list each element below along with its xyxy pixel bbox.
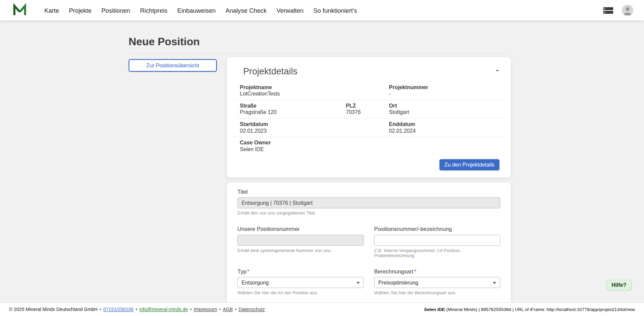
main-content: Neue Position Zur Positionsübersicht Pro…	[128, 20, 511, 316]
nav-item-richtpreis[interactable]: Richtpreis	[135, 4, 172, 16]
nav-item-analyse-check[interactable]: Analyse Check	[221, 4, 272, 16]
berechnungsart-select-value: Preisoptimierung	[378, 279, 418, 286]
nav-item-karte[interactable]: Karte	[40, 4, 64, 16]
bezeichnung-label: Positionsnummer/-bezeichnung	[374, 226, 500, 232]
required-asterisk: *	[247, 268, 249, 274]
ort-label: Ort	[389, 103, 409, 109]
typ-label: Typ*	[237, 268, 364, 274]
new-position-form-card: Titel Erhält den von uns vorgegebenen Ti…	[227, 183, 511, 316]
user-avatar[interactable]	[622, 4, 633, 16]
datenschutz-link[interactable]: Datenschutz	[238, 307, 265, 312]
nav-item-projekte[interactable]: Projekte	[64, 4, 97, 16]
project-details-table: Projektname LotCreationTests Projektnumm…	[233, 82, 504, 155]
left-column: Zur Positionsübersicht	[128, 57, 217, 72]
go-to-project-details-button[interactable]: Zu den Projektdetails	[439, 159, 499, 170]
typ-select-value: Entsorgung	[241, 279, 269, 286]
project-details-title: Projektdetails	[243, 66, 298, 77]
titel-label: Titel	[237, 189, 500, 195]
chevron-down-icon	[357, 282, 360, 284]
footer-left: © 2025 Mineral Minds Deutschland GmbH • …	[9, 307, 265, 312]
berechnungsart-help-text: Wählen Sie hier die Berechnungsart aus.	[374, 290, 500, 295]
nav-item-positionen[interactable]: Positionen	[97, 4, 135, 16]
berechnungsart-select[interactable]: Preisoptimierung	[374, 277, 500, 288]
projektname-value: LotCreationTests	[240, 91, 389, 98]
brand-logo-icon[interactable]	[12, 3, 27, 18]
plz-label: PLZ	[346, 103, 389, 109]
typ-help-text: Wählen Sie hier die Art der Position aus…	[237, 290, 364, 295]
session-user: Selen IDE	[424, 307, 445, 312]
table-row: Startdatum 02.01.2023 Enddatum 02.01.202…	[233, 118, 504, 137]
back-to-positions-button[interactable]: Zur Positionsübersicht	[128, 59, 217, 72]
titel-help-text: Erhält den von uns vorgegebenen Titel.	[237, 210, 500, 215]
app-viewport: Karte Projekte Positionen Richtpreis Ein…	[0, 0, 644, 316]
footer-session-info: Selen IDE (Mineral Minds) | 69576255536d…	[424, 307, 635, 312]
server-icon[interactable]	[603, 6, 614, 15]
speech-bubble-pointer	[622, 290, 627, 293]
enddatum-label: Enddatum	[389, 121, 416, 128]
bezeichnung-help-text: Z.B. Interne-Vorgangsnummer, LV-Position…	[374, 248, 500, 258]
positionsnummer-input	[237, 235, 364, 246]
collapse-minus-icon[interactable]: -	[493, 66, 502, 73]
plz-value: 70376	[346, 109, 389, 116]
email-link[interactable]: info@mineral-minds.de	[139, 307, 188, 312]
startdatum-label: Startdatum	[240, 121, 389, 128]
copyright-text: © 2025 Mineral Minds Deutschland GmbH	[9, 307, 98, 312]
table-row: Case Owner Selen IDE	[233, 137, 504, 155]
case-owner-label: Case Owner	[240, 139, 389, 146]
typ-select[interactable]: Entsorgung	[237, 277, 364, 288]
enddatum-value: 02.01.2024	[389, 128, 416, 134]
footer: © 2025 Mineral Minds Deutschland GmbH • …	[0, 302, 644, 316]
project-details-card: Projektdetails - Projektname LotCreation…	[227, 57, 511, 178]
nav-item-verwalten[interactable]: Verwalten	[272, 4, 309, 16]
nav-links: Karte Projekte Positionen Richtpreis Ein…	[40, 4, 362, 16]
strasse-value: Pragstraße 120	[240, 109, 346, 116]
top-navbar: Karte Projekte Positionen Richtpreis Ein…	[0, 0, 644, 20]
positionsnummer-label: Unsere Positionsnummer	[237, 226, 364, 232]
berechnungsart-label: Berechnungsart*	[374, 268, 500, 274]
required-asterisk: *	[414, 268, 416, 274]
help-button[interactable]: Hilfe?	[606, 280, 631, 290]
ort-value: Stuttgart	[389, 109, 409, 116]
positionsnummer-help-text: Erhält eine systemgenerierte Nummer von …	[237, 248, 364, 253]
projektname-label: Projektname	[240, 84, 389, 91]
table-row: Straße Pragstraße 120 PLZ 70376 Ort Stut…	[233, 100, 504, 118]
case-owner-value: Selen IDE	[240, 146, 389, 153]
projektnummer-value: -	[389, 91, 428, 98]
agb-link[interactable]: AGB	[223, 307, 233, 312]
strasse-label: Straße	[240, 103, 346, 109]
startdatum-value: 02.01.2023	[240, 128, 389, 134]
impressum-link[interactable]: Impressum	[194, 307, 217, 312]
right-column: Projektdetails - Projektname LotCreation…	[227, 57, 511, 316]
bezeichnung-input[interactable]	[374, 235, 500, 246]
projektnummer-label: Projektnummer	[389, 84, 428, 91]
session-details: (Mineral Minds) | 69576255536d | URL of …	[445, 307, 635, 312]
navbar-right	[603, 4, 634, 16]
table-row: Projektname LotCreationTests Projektnumm…	[233, 82, 504, 100]
nav-item-einbauweisen[interactable]: Einbauweisen	[172, 4, 221, 16]
chevron-down-icon	[493, 282, 496, 284]
phone-link[interactable]: 07151/250100	[103, 307, 133, 312]
nav-item-so-funktionierts[interactable]: So funktioniert's	[309, 4, 362, 16]
titel-input	[237, 197, 500, 208]
page-title: Neue Position	[128, 20, 511, 54]
